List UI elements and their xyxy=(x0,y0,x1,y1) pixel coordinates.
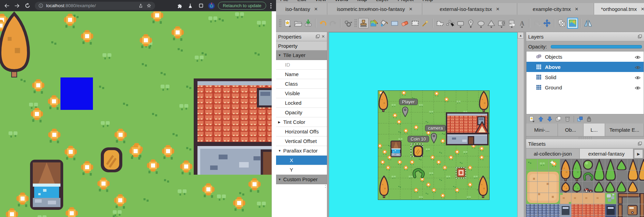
tab-close-icon[interactable]: × xyxy=(314,6,318,12)
menu-item-layer[interactable]: Layer xyxy=(376,0,389,2)
raise-layer-icon[interactable] xyxy=(537,115,545,123)
tileset-tab-1[interactable]: al-collection-json xyxy=(526,149,580,159)
bucket-fill-icon[interactable] xyxy=(380,18,389,28)
remove-layer-icon[interactable] xyxy=(563,115,572,123)
duplicate-layer-icon[interactable] xyxy=(554,115,563,123)
map-vertical-scrollbar[interactable]: ▲ xyxy=(517,32,524,217)
panel-splitter[interactable] xyxy=(524,32,526,217)
new-map-icon[interactable] xyxy=(283,18,292,28)
layer-row-above[interactable]: Above xyxy=(526,62,644,72)
redo-icon[interactable] xyxy=(328,18,338,28)
panel-resize-grip[interactable] xyxy=(325,178,327,188)
stamp-brush-icon[interactable] xyxy=(358,18,369,28)
property-row-class[interactable]: Class xyxy=(276,79,327,89)
tileset-tabs-scroll-right-icon[interactable]: ▶ xyxy=(634,149,643,158)
lock-layer-icon[interactable] xyxy=(585,115,593,123)
bookmark-star-icon[interactable] xyxy=(146,3,152,9)
collapse-collapsed-icon[interactable]: ▶ xyxy=(278,120,282,124)
relaunch-to-update-button[interactable]: Relaunch to update xyxy=(218,2,266,10)
collapse-expanded-icon[interactable]: ▼ xyxy=(278,178,282,181)
terrain-brush-icon[interactable] xyxy=(369,18,379,28)
object-label-player[interactable]: Player xyxy=(399,99,418,105)
visibility-eye-icon[interactable] xyxy=(635,75,641,81)
float-panel-icon[interactable] xyxy=(638,142,642,146)
document-tab-5[interactable]: *orthogonal.tmx× xyxy=(594,3,644,15)
rectangular-select-icon[interactable] xyxy=(410,18,420,28)
undo-icon[interactable] xyxy=(318,18,328,28)
insert-polygon-icon[interactable] xyxy=(487,18,496,28)
collapse-expanded-icon[interactable]: ▼ xyxy=(278,149,282,153)
address-bar[interactable]: localhost:8080/example/ xyxy=(35,2,155,10)
visibility-eye-icon[interactable] xyxy=(635,65,641,71)
collapse-expanded-icon[interactable]: ▼ xyxy=(278,54,282,57)
eraser-icon[interactable] xyxy=(400,18,410,28)
document-tab-2[interactable]: isometric.tmx#non-iso-fantasy× xyxy=(327,3,422,15)
new-layer-icon[interactable] xyxy=(528,115,536,123)
layer-row-ground[interactable]: Ground xyxy=(526,82,644,92)
tileset-tab-2[interactable]: external-fantasy xyxy=(580,149,633,159)
property-row-custom-proper[interactable]: ▼Custom Proper xyxy=(276,175,327,184)
pan-icon[interactable] xyxy=(542,18,552,28)
property-row-name[interactable]: Name xyxy=(276,70,327,79)
document-tab-1[interactable]: iso-fantasy× xyxy=(276,3,327,15)
property-row-horizontal-offs[interactable]: Horizontal Offs xyxy=(276,127,327,136)
magic-wand-icon[interactable] xyxy=(421,18,430,28)
menu-item-edit[interactable]: Edit xyxy=(297,0,306,2)
dock-resize-grip[interactable] xyxy=(578,136,593,139)
property-row-locked[interactable]: Locked xyxy=(276,98,327,108)
object-label-camera[interactable]: camera xyxy=(425,125,446,131)
save-file-icon[interactable] xyxy=(303,18,313,28)
forward-icon[interactable] xyxy=(13,2,21,10)
tab-close-icon[interactable]: × xyxy=(575,6,578,12)
insert-point-icon[interactable] xyxy=(466,18,476,28)
menu-item-map[interactable]: Map xyxy=(357,0,367,2)
property-row-tile-layer[interactable]: ▼Tile Layer xyxy=(276,50,327,60)
reload-icon[interactable] xyxy=(23,2,31,10)
property-row-parallax-factor[interactable]: ▼Parallax Factor xyxy=(276,146,327,156)
page-scrollbar[interactable] xyxy=(272,11,276,217)
insert-tile-icon[interactable] xyxy=(497,18,506,28)
float-panel-icon[interactable] xyxy=(316,34,320,39)
game-page-canvas[interactable] xyxy=(0,11,272,217)
object-pin-icon[interactable] xyxy=(430,132,437,143)
rotate-icon[interactable] xyxy=(532,18,542,28)
browser-menu-kebab-icon[interactable] xyxy=(269,2,273,10)
insert-ellipse-icon[interactable] xyxy=(476,18,486,28)
property-row-vertical-offset[interactable]: Vertical Offset xyxy=(276,136,327,146)
lower-layer-icon[interactable] xyxy=(546,115,554,123)
scroll-up-icon[interactable]: ▲ xyxy=(518,32,524,39)
tileset-grid[interactable] xyxy=(526,159,644,217)
open-file-icon[interactable] xyxy=(293,18,303,28)
insert-text-icon[interactable]: A xyxy=(517,18,527,28)
close-panel-icon[interactable]: ✕ xyxy=(321,34,325,39)
property-row-tint-color[interactable]: ▶Tint Color xyxy=(276,117,327,127)
dock-tab-4[interactable]: Template E... xyxy=(605,124,644,136)
property-row-visible[interactable]: Visible xyxy=(276,89,327,98)
visibility-eye-icon[interactable] xyxy=(635,55,641,60)
opacity-slider[interactable] xyxy=(551,45,642,48)
profile-avatar[interactable] xyxy=(207,2,216,10)
dock-tab-3[interactable]: L... xyxy=(584,124,605,136)
document-tab-4[interactable]: example-city.tmx× xyxy=(517,3,594,15)
float-panel-icon[interactable] xyxy=(638,34,642,39)
highlight-layer-icon[interactable] xyxy=(576,115,584,123)
object-label-coin[interactable]: Coin 10 xyxy=(408,136,429,142)
extension-puzzle-icon[interactable] xyxy=(176,2,184,10)
insert-rectangle-icon[interactable] xyxy=(456,18,465,28)
map-canvas[interactable]: PlayercameraCoin 10 xyxy=(378,90,490,200)
extension-flask-icon[interactable] xyxy=(186,2,194,10)
map-view[interactable]: PlayercameraCoin 10 xyxy=(329,32,517,217)
menu-item-view[interactable]: View xyxy=(315,0,326,2)
visibility-eye-icon[interactable] xyxy=(635,85,641,91)
property-row-x[interactable]: X xyxy=(276,156,327,165)
document-tab-3[interactable]: external-iso-fantasy.tsx× xyxy=(422,3,517,15)
menu-item-help[interactable]: Help xyxy=(423,0,433,2)
tab-close-icon[interactable]: × xyxy=(409,6,412,12)
tab-close-icon[interactable]: × xyxy=(641,6,644,12)
extension-square-icon[interactable] xyxy=(197,2,205,10)
tab-close-icon[interactable]: × xyxy=(496,6,499,12)
property-row-id[interactable]: ID xyxy=(276,60,327,70)
back-icon[interactable] xyxy=(3,2,11,10)
flip-horizontal-icon[interactable] xyxy=(583,18,593,28)
menu-item-project[interactable]: Project xyxy=(398,0,414,2)
